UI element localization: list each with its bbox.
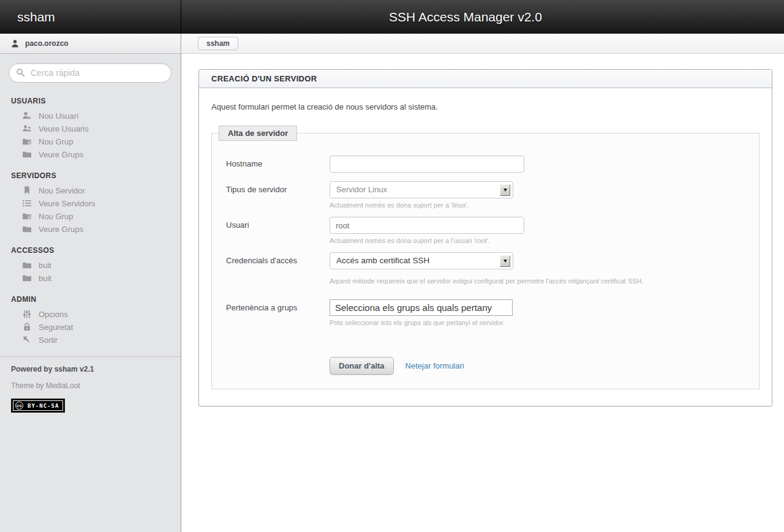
sidebar-item-veure-servidors[interactable]: Veure Servidors (0, 197, 181, 210)
sidebar-item-buit-1[interactable]: buit (0, 259, 181, 272)
sidebar-item-label: Nou Grup (39, 137, 73, 146)
brand-logo[interactable]: ssham (17, 0, 55, 34)
sidebar-item-seguretat[interactable]: Seguretat (0, 321, 181, 334)
section-title-accessos: ACCESSOS (0, 246, 181, 255)
sidebar: paco.orozco USUARIS Nou Usuari (0, 34, 181, 532)
section-title-admin: ADMIN (0, 295, 181, 304)
breadcrumb-item-ssham[interactable]: ssham (198, 37, 238, 50)
logout-arrow-icon (22, 335, 32, 345)
sidebar-item-label: Veure Grups (39, 225, 83, 234)
sidebar-item-nou-grup-usuaris[interactable]: Nou Grup (0, 135, 181, 148)
folder-icon (22, 273, 32, 283)
users-icon (22, 124, 32, 133)
breadcrumb: ssham (182, 34, 784, 54)
folder-icon (22, 149, 32, 159)
sidebar-item-label: Nou Grup (39, 212, 73, 221)
sidebar-item-nou-servidor[interactable]: Nou Servidor (0, 184, 181, 197)
reset-form-link[interactable]: Netejar formulari (405, 361, 464, 370)
credentials-label: Credencials d'accés (212, 252, 330, 285)
sliders-icon (22, 309, 32, 319)
groups-group: Pertenència a grups Selecciona els grups… (212, 299, 759, 326)
user-group: Usuari Actualment només es dona suport p… (212, 217, 759, 244)
folder-icon (22, 260, 32, 270)
section-title-servidors: SERVIDORS (0, 171, 181, 180)
groups-help: Pots seleccionar tots els grups als que … (330, 319, 759, 326)
bookmark-icon (22, 185, 32, 195)
server-type-help: Actualment només es dona suport per a 'l… (330, 201, 759, 209)
credentials-select[interactable]: Accés amb certificat SSH (330, 252, 513, 269)
user-label: Usuari (212, 217, 330, 244)
sidebar-item-opcions[interactable]: Opcions (0, 308, 181, 321)
chevron-down-icon (503, 260, 507, 263)
sidebar-item-label: buit (39, 261, 51, 270)
user-bar[interactable]: paco.orozco (0, 34, 181, 54)
cc-license-badge[interactable]: cc BY-NC-SA (11, 399, 65, 413)
server-type-select[interactable]: Servidor Linux (330, 181, 513, 198)
sidebar-item-label: Veure Servidors (39, 199, 96, 208)
theme-by-text: Theme by MediaLoot (11, 381, 181, 390)
server-type-label: Tipus de servidor (212, 181, 330, 209)
user-help: Actualment només es dona suport per a l'… (330, 237, 759, 244)
search-input[interactable] (9, 63, 172, 83)
app-root: ssham SSH Access Manager v2.0 paco.orozc… (0, 0, 784, 532)
sidebar-item-label: buit (39, 274, 51, 283)
hostname-row: Hostname (212, 155, 759, 173)
form-intro-text: Aquest formulari permet la creació de no… (211, 102, 760, 111)
user-input[interactable] (330, 217, 524, 234)
server-type-group: Tipus de servidor Servidor Linux Actualm… (212, 181, 759, 209)
server-type-selected-value: Servidor Linux (330, 182, 513, 198)
sidebar-item-nou-grup-servidors[interactable]: Nou Grup (0, 210, 181, 223)
sidebar-item-label: Opcions (39, 310, 68, 319)
hostname-label: Hostname (212, 155, 330, 173)
folder-icon (22, 224, 32, 234)
user-plus-icon (22, 111, 32, 121)
sidebar-item-veure-grups-usuaris[interactable]: Veure Grups (0, 148, 181, 161)
sidebar-item-label: Nou Usuari (39, 111, 78, 121)
cc-logo-icon: cc (15, 402, 23, 410)
sidebar-item-label: Veure Grups (39, 150, 83, 159)
server-creation-panel: CREACIÓ D'UN SERVIDOR Aquest formulari p… (198, 69, 772, 406)
sidebar-item-nou-usuari[interactable]: Nou Usuari (0, 110, 181, 122)
sidebar-item-label: Veure Usuaris (39, 124, 89, 133)
sidebar-item-sortir[interactable]: Sortir (0, 334, 181, 347)
main-area: ssham CREACIÓ D'UN SERVIDOR Aquest formu… (182, 34, 784, 532)
sidebar-item-buit-2[interactable]: buit (0, 272, 181, 285)
user-name: paco.orozco (25, 39, 69, 48)
powered-by-text: Powered by ssham v2.1 (11, 365, 181, 373)
section-title-usuaris: USUARIS (0, 97, 181, 105)
list-icon (22, 198, 32, 208)
groups-label: Pertenència a grups (212, 299, 330, 326)
dropdown-arrow-button[interactable] (500, 184, 510, 196)
dropdown-arrow-button[interactable] (500, 255, 510, 267)
app-title: SSH Access Manager v2.0 (181, 0, 750, 34)
lock-icon (22, 322, 32, 332)
sidebar-item-label: Seguretat (39, 323, 73, 332)
panel-body: Aquest formulari permet la creació de no… (199, 88, 772, 406)
server-form-fieldset: Alta de servidor Hostname Tipus de servi… (211, 126, 760, 389)
sidebar-item-label: Nou Servidor (39, 186, 85, 195)
sidebar-item-veure-grups-servidors[interactable]: Veure Grups (0, 223, 181, 236)
search-area (0, 54, 181, 86)
person-icon (10, 39, 20, 48)
sidebar-footer: Powered by ssham v2.1 Theme by MediaLoot… (0, 356, 181, 413)
groups-multiselect[interactable]: Selecciona els grups als quals pertany (330, 299, 513, 316)
cc-license-label: BY-NC-SA (28, 403, 60, 409)
content: CREACIÓ D'UN SERVIDOR Aquest formulari p… (182, 54, 784, 406)
credentials-group: Credencials d'accés Accés amb certificat… (212, 252, 759, 285)
form-actions: Donar d'alta Netejar formulari (330, 357, 759, 375)
credentials-help: Aquest mètode requereix que el servidor … (330, 277, 759, 285)
panel-title: CREACIÓ D'UN SERVIDOR (199, 70, 772, 88)
credentials-selected-value: Accés amb certificat SSH (330, 253, 513, 269)
sidebar-item-label: Sortir (39, 335, 58, 345)
fieldset-legend: Alta de servidor (219, 126, 297, 141)
sidebar-menu: USUARIS Nou Usuari Veure Usuaris (0, 97, 181, 347)
hostname-input[interactable] (330, 155, 524, 173)
top-header: ssham SSH Access Manager v2.0 (0, 0, 784, 34)
folder-plus-icon (22, 137, 32, 146)
folder-plus-icon (22, 211, 32, 221)
chevron-down-icon (503, 189, 507, 192)
sidebar-item-veure-usuaris[interactable]: Veure Usuaris (0, 122, 181, 135)
submit-button[interactable]: Donar d'alta (330, 357, 394, 375)
search-icon (16, 68, 25, 77)
